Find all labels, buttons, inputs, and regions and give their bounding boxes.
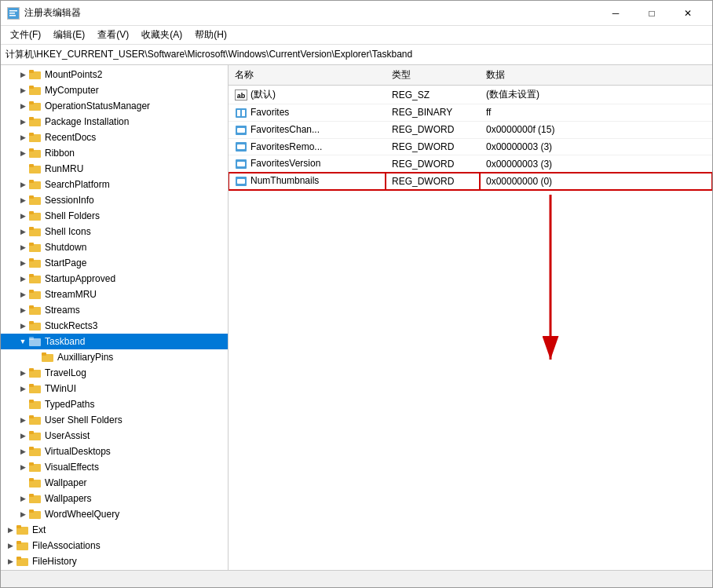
menu-help[interactable]: 帮助(H) <box>188 27 233 43</box>
table-row[interactable]: FavoritesVersionREG_DWORD0x00000003 (3) <box>229 155 712 173</box>
svg-rect-53 <box>29 447 34 450</box>
tree-item[interactable]: ▶ VirtualDesktops <box>1 444 228 459</box>
tree-item[interactable]: ▶ StuckRects3 <box>1 318 228 334</box>
tree-item[interactable]: ▶ User Shell Folders <box>1 412 228 428</box>
tree-item[interactable]: ▶ Package Installation <box>1 114 228 130</box>
window-title: 注册表编辑器 <box>24 6 598 20</box>
table-row[interactable]: NumThumbnailsREG_DWORD0x00000000 (0) <box>229 173 712 190</box>
svg-rect-1 <box>9 10 17 12</box>
tree-item[interactable]: ▶ OperationStatusManager <box>1 98 228 114</box>
tree-toggle-icon[interactable]: ▶ <box>16 492 29 505</box>
tree-toggle-icon[interactable]: ▶ <box>16 508 29 520</box>
tree-item[interactable]: Wallpaper <box>1 475 228 491</box>
tree-toggle-icon[interactable]: ▶ <box>16 304 29 316</box>
tree-item[interactable]: ▶ Shell Folders <box>1 208 228 224</box>
row-name: Favorites <box>250 107 289 118</box>
tree-item[interactable]: ▶ RecentDocs <box>1 130 228 145</box>
tree-toggle-icon[interactable]: ▶ <box>16 115 29 128</box>
tree-item[interactable]: ▶ FileAssociations <box>1 538 228 553</box>
tree-toggle-icon[interactable] <box>16 477 29 489</box>
tree-item-label: TravelLog <box>45 367 86 378</box>
menu-favorites[interactable]: 收藏夹(A) <box>135 27 188 43</box>
tree-item[interactable]: ▶ UserAssist <box>1 428 228 444</box>
close-button[interactable]: ✕ <box>670 1 706 26</box>
tree-item[interactable]: ▶ TravelLog <box>1 365 228 381</box>
tree-item[interactable]: ▶ WordWheelQuery <box>1 506 228 522</box>
folder-icon <box>29 429 42 443</box>
tree-toggle-icon[interactable]: ▶ <box>16 272 29 285</box>
table-row[interactable]: FavoritesRemo...REG_DWORD0x00000003 (3) <box>229 138 712 155</box>
window-controls: ─ □ ✕ <box>598 1 706 26</box>
svg-rect-78 <box>237 179 245 184</box>
tree-item[interactable]: ▶ SearchPlatform <box>1 177 228 192</box>
tree-toggle-icon[interactable]: ▶ <box>16 461 29 473</box>
folder-icon <box>29 398 42 411</box>
tree-item[interactable]: ▶ StartupApproved <box>1 271 228 287</box>
tree-item[interactable]: ▶ Shell Icons <box>1 224 228 239</box>
tree-toggle-icon[interactable]: ▶ <box>16 131 29 144</box>
tree-toggle-icon[interactable]: ▶ <box>16 367 29 379</box>
tree-toggle-icon[interactable]: ▶ <box>16 320 29 332</box>
tree-item[interactable]: ▶ Ribbon <box>1 145 228 161</box>
tree-item[interactable]: ▶ StreamMRU <box>1 287 228 302</box>
svg-rect-57 <box>29 478 34 481</box>
tree-toggle-icon[interactable]: ▶ <box>16 382 29 395</box>
tree-item[interactable]: ▶ FileHistory <box>1 553 228 569</box>
address-path: 计算机\HKEY_CURRENT_USER\Software\Microsoft… <box>5 48 412 61</box>
tree-item[interactable]: TypedPaths <box>1 396 228 412</box>
tree-item[interactable]: ▶ Streams <box>1 302 228 318</box>
tree-item[interactable]: ▶ Shutdown <box>1 239 228 255</box>
row-name-cell: NumThumbnails <box>229 173 386 190</box>
tree-item[interactable]: ▶ MyComputer <box>1 82 228 98</box>
table-row[interactable]: ab(默认)REG_SZ(数值未设置) <box>229 86 712 104</box>
tree-item[interactable]: ▼ Taskband <box>1 334 228 349</box>
tree-item[interactable]: ▶ TWinUI <box>1 381 228 396</box>
table-row[interactable]: FavoritesChan...REG_DWORD0x0000000f (15) <box>229 121 712 138</box>
tree-toggle-icon[interactable]: ▶ <box>16 178 29 191</box>
menu-file[interactable]: 文件(F) <box>4 27 47 43</box>
row-name-cell: Favorites <box>229 104 386 122</box>
tree-panel[interactable]: ▶ MountPoints2▶ MyComputer▶ OperationSta… <box>1 65 229 570</box>
folder-icon <box>16 555 29 568</box>
tree-toggle-icon[interactable]: ▶ <box>16 241 29 254</box>
svg-rect-21 <box>29 195 34 199</box>
table-row[interactable]: FavoritesREG_BINARYff <box>229 104 712 122</box>
tree-item[interactable]: ▶ Ext <box>1 522 228 538</box>
tree-item[interactable]: RunMRU <box>1 161 228 177</box>
svg-rect-61 <box>29 509 34 513</box>
folder-icon <box>29 304 42 317</box>
tree-toggle-icon[interactable]: ▶ <box>4 555 16 568</box>
row-name-cell: FavoritesChan... <box>229 121 386 138</box>
tree-toggle-icon[interactable]: ▶ <box>16 194 29 206</box>
menu-view[interactable]: 查看(V) <box>91 27 135 43</box>
tree-item[interactable]: ▶ SessionInfo <box>1 192 228 208</box>
tree-item[interactable]: ▶ VisualEffects <box>1 459 228 475</box>
tree-toggle-icon[interactable] <box>16 398 29 411</box>
tree-toggle-icon[interactable]: ▶ <box>16 257 29 269</box>
tree-toggle-icon[interactable]: ▶ <box>16 225 29 238</box>
tree-item[interactable]: ▶ StartPage <box>1 255 228 271</box>
minimize-button[interactable]: ─ <box>598 1 634 26</box>
tree-toggle-icon[interactable]: ▼ <box>16 335 29 348</box>
tree-toggle-icon[interactable]: ▶ <box>16 288 29 301</box>
tree-toggle-icon[interactable]: ▶ <box>16 210 29 222</box>
tree-toggle-icon[interactable]: ▶ <box>4 539 16 552</box>
tree-item[interactable]: ▶ Wallpapers <box>1 491 228 506</box>
tree-toggle-icon[interactable]: ▶ <box>16 84 29 97</box>
tree-toggle-icon[interactable]: ▶ <box>16 100 29 112</box>
tree-toggle-icon[interactable]: ▶ <box>16 147 29 159</box>
tree-toggle-icon[interactable] <box>29 351 42 363</box>
maximize-button[interactable]: □ <box>634 1 670 26</box>
tree-toggle-icon[interactable] <box>16 163 29 175</box>
tree-toggle-icon[interactable]: ▶ <box>16 445 29 458</box>
tree-item[interactable]: AuxilliaryPins <box>1 349 228 365</box>
tree-toggle-icon[interactable]: ▶ <box>16 429 29 442</box>
tree-item-label: MountPoints2 <box>45 69 102 80</box>
folder-icon <box>29 461 42 474</box>
tree-toggle-icon[interactable]: ▶ <box>4 524 16 536</box>
tree-toggle-icon[interactable]: ▶ <box>16 68 29 81</box>
tree-item-label: FileHistory <box>32 556 77 567</box>
menu-edit[interactable]: 编辑(E) <box>47 27 91 43</box>
tree-toggle-icon[interactable]: ▶ <box>16 414 29 426</box>
tree-item[interactable]: ▶ MountPoints2 <box>1 67 228 82</box>
